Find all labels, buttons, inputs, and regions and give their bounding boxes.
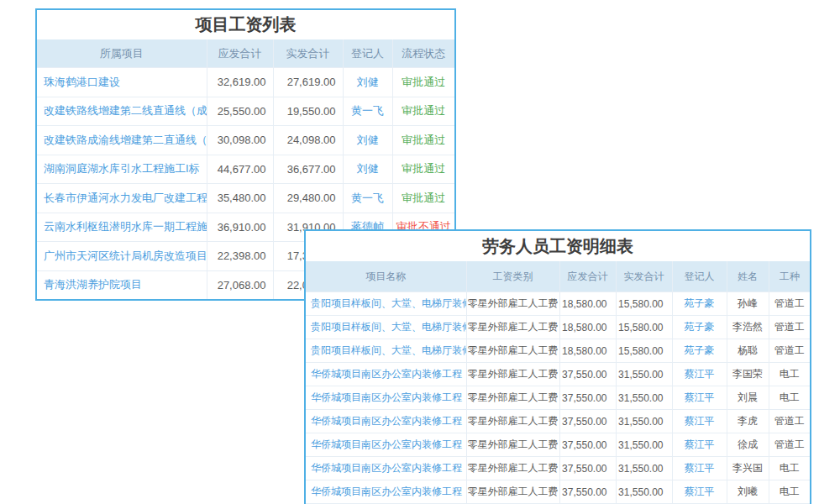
project-name-link[interactable]: 改建铁路成渝线增建第二直通线（... xyxy=(37,126,207,155)
project-name-link[interactable]: 湖南洞庭湖水库引水工程施工I标 xyxy=(37,155,207,184)
payable-amount: 37,550.00 xyxy=(559,433,616,457)
project-name-link[interactable]: 改建铁路线增建第二线直通线（成... xyxy=(37,97,207,126)
paid-amount: 27,619.00 xyxy=(273,68,343,97)
paid-amount: 29,480.00 xyxy=(273,184,343,213)
registrant-name-link[interactable]: 苑子豪 xyxy=(672,292,727,316)
project-name-link[interactable]: 华侨城项目南区办公室内装修工程 xyxy=(306,433,466,457)
registrant-name-link[interactable]: 蔡江平 xyxy=(672,433,727,457)
payable-amount: 18,580.00 xyxy=(559,339,616,363)
table-row: 华侨城项目南区办公室内装修工程零星外部雇工人工费37,550.0031,550.… xyxy=(306,386,810,410)
work-type: 电工 xyxy=(769,386,810,410)
project-name-link[interactable]: 贵阳项目样板间、大堂、电梯厅装修 xyxy=(306,316,466,339)
payable-amount: 37,550.00 xyxy=(559,363,616,386)
column-header-paid-total: 实发合计 xyxy=(616,261,672,292)
salary-category: 零星外部雇工人工费 xyxy=(466,480,559,504)
project-name-link[interactable]: 华侨城项目南区办公室内装修工程 xyxy=(306,457,466,480)
paid-amount: 15,580.00 xyxy=(616,316,672,339)
paid-amount: 31,550.00 xyxy=(616,410,672,433)
paid-amount: 31,550.00 xyxy=(616,480,672,504)
registrant-name-link[interactable]: 刘健 xyxy=(343,68,392,97)
registrant-name-link[interactable]: 刘健 xyxy=(343,126,392,155)
table-row: 华侨城项目南区办公室内装修工程零星外部雇工人工费37,550.0031,550.… xyxy=(306,457,810,480)
registrant-name-link[interactable]: 刘健 xyxy=(343,155,392,184)
salary-category: 零星外部雇工人工费 xyxy=(466,457,559,480)
column-header-payable-total: 应发合计 xyxy=(559,261,616,292)
registrant-name-link[interactable]: 蔡江平 xyxy=(672,480,727,504)
salary-category: 零星外部雇工人工费 xyxy=(466,339,559,363)
work-type: 管道工 xyxy=(769,339,810,363)
table-row: 湖南洞庭湖水库引水工程施工I标44,677.0036,677.00刘健审批通过 xyxy=(37,155,454,184)
paid-amount: 15,580.00 xyxy=(616,292,672,316)
column-header-registrant: 登记人 xyxy=(343,39,392,68)
registrant-name-link[interactable]: 黄一飞 xyxy=(343,97,392,126)
registrant-name-link[interactable]: 蔡江平 xyxy=(672,457,727,480)
project-name-link[interactable]: 广州市天河区统计局机房改造项目 xyxy=(37,242,207,271)
table-row: 华侨城项目南区办公室内装修工程零星外部雇工人工费37,550.0031,550.… xyxy=(306,410,810,433)
payable-amount: 36,910.00 xyxy=(207,213,273,242)
project-name-link[interactable]: 贵阳项目样板间、大堂、电梯厅装修 xyxy=(306,339,466,363)
work-type: 管道工 xyxy=(769,292,810,316)
process-status: 审批通过 xyxy=(392,184,454,213)
payable-amount: 30,098.00 xyxy=(207,126,273,155)
table-row: 贵阳项目样板间、大堂、电梯厅装修零星外部雇工人工费18,580.0015,580… xyxy=(306,292,810,316)
salary-category: 零星外部雇工人工费 xyxy=(466,433,559,457)
process-status: 审批通过 xyxy=(392,126,454,155)
payable-amount: 18,580.00 xyxy=(559,316,616,339)
process-status: 审批通过 xyxy=(392,155,454,184)
work-type: 电工 xyxy=(769,480,810,504)
table-row: 华侨城项目南区办公室内装修工程零星外部雇工人工费37,550.0031,550.… xyxy=(306,480,810,504)
payable-amount: 25,550.00 xyxy=(207,97,273,126)
paid-amount: 24,098.00 xyxy=(273,126,343,155)
project-name-link[interactable]: 华侨城项目南区办公室内装修工程 xyxy=(306,386,466,410)
worker-name: 杨聪 xyxy=(727,339,769,363)
process-status: 审批通过 xyxy=(392,68,454,97)
payable-amount: 27,068.00 xyxy=(207,270,273,299)
project-name-link[interactable]: 珠海鹤港口建设 xyxy=(37,68,207,97)
project-name-link[interactable]: 云南水利枢纽潜明水库一期工程施... xyxy=(37,213,207,242)
project-name-link[interactable]: 华侨城项目南区办公室内装修工程 xyxy=(306,410,466,433)
table-row: 珠海鹤港口建设32,619.0027,619.00刘健审批通过 xyxy=(37,68,454,97)
labor-salary-detail-card: 劳务人员工资明细表 项目名称 工资类别 应发合计 实发合计 登记人 姓名 工种 … xyxy=(304,229,811,504)
paid-amount: 36,677.00 xyxy=(273,155,343,184)
paid-amount: 31,550.00 xyxy=(616,433,672,457)
salary-category: 零星外部雇工人工费 xyxy=(466,363,559,386)
paid-amount: 31,550.00 xyxy=(616,386,672,410)
registrant-name-link[interactable]: 黄一飞 xyxy=(343,184,392,213)
paid-amount: 31,550.00 xyxy=(616,457,672,480)
payable-amount: 18,580.00 xyxy=(559,292,616,316)
worker-name: 李虎 xyxy=(727,410,769,433)
project-name-link[interactable]: 华侨城项目南区办公室内装修工程 xyxy=(306,480,466,504)
paid-amount: 15,580.00 xyxy=(616,339,672,363)
payable-amount: 37,550.00 xyxy=(559,386,616,410)
registrant-name-link[interactable]: 苑子豪 xyxy=(672,316,727,339)
project-salary-header-row: 所属项目 应发合计 实发合计 登记人 流程状态 xyxy=(37,39,454,68)
table-row: 贵阳项目样板间、大堂、电梯厅装修零星外部雇工人工费18,580.0015,580… xyxy=(306,339,810,363)
project-name-link[interactable]: 华侨城项目南区办公室内装修工程 xyxy=(306,363,466,386)
project-name-link[interactable]: 贵阳项目样板间、大堂、电梯厅装修 xyxy=(306,292,466,316)
table-row: 华侨城项目南区办公室内装修工程零星外部雇工人工费37,550.0031,550.… xyxy=(306,433,810,457)
salary-category: 零星外部雇工人工费 xyxy=(466,316,559,339)
column-header-paid-total: 实发合计 xyxy=(273,39,343,68)
table-row: 华侨城项目南区办公室内装修工程零星外部雇工人工费37,550.0031,550.… xyxy=(306,363,810,386)
column-header-worker-name: 姓名 xyxy=(727,261,769,292)
project-salary-table-title: 项目工资列表 xyxy=(37,10,454,39)
registrant-name-link[interactable]: 蔡江平 xyxy=(672,410,727,433)
work-type: 管道工 xyxy=(769,410,810,433)
work-type: 管道工 xyxy=(769,433,810,457)
worker-name: 刘曦 xyxy=(727,480,769,504)
table-row: 改建铁路线增建第二线直通线（成...25,550.0019,550.00黄一飞审… xyxy=(37,97,454,126)
worker-name: 李兴国 xyxy=(727,457,769,480)
worker-name: 孙峰 xyxy=(727,292,769,316)
project-name-link[interactable]: 青海洪湖养护院项目 xyxy=(37,270,207,299)
salary-category: 零星外部雇工人工费 xyxy=(466,410,559,433)
project-name-link[interactable]: 长春市伊通河水力发电厂改建工程 xyxy=(37,184,207,213)
salary-category: 零星外部雇工人工费 xyxy=(466,386,559,410)
registrant-name-link[interactable]: 蔡江平 xyxy=(672,386,727,410)
registrant-name-link[interactable]: 苑子豪 xyxy=(672,339,727,363)
registrant-name-link[interactable]: 蔡江平 xyxy=(672,363,727,386)
table-row: 长春市伊通河水力发电厂改建工程35,480.0029,480.00黄一飞审批通过 xyxy=(37,184,454,213)
labor-salary-detail-title: 劳务人员工资明细表 xyxy=(306,231,810,261)
payable-amount: 37,550.00 xyxy=(559,457,616,480)
payable-amount: 35,480.00 xyxy=(207,184,273,213)
worker-name: 李国荣 xyxy=(727,363,769,386)
